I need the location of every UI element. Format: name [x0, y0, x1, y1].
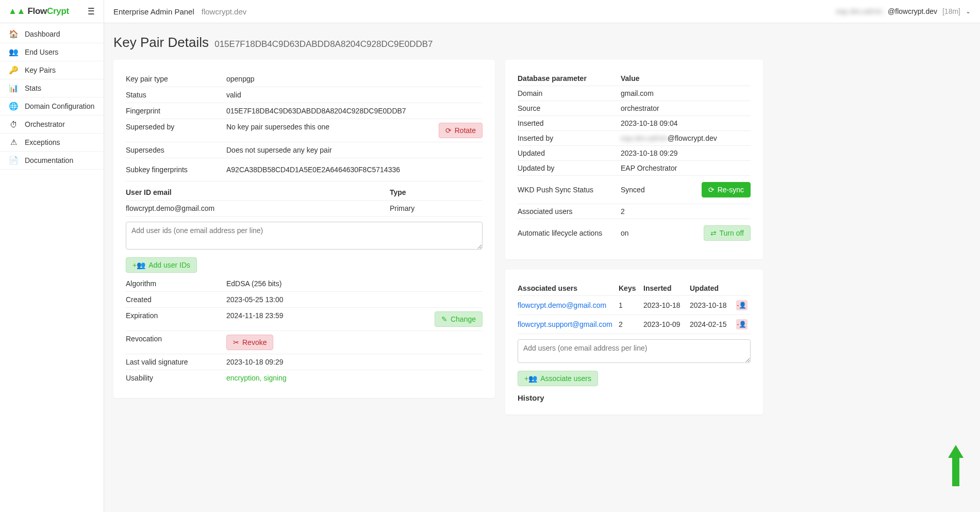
topbar: Enterprise Admin Panel flowcrypt.dev eap…	[104, 0, 980, 23]
page-title: Key Pair Details 015E7F18DB4C9D63DABDD8A…	[113, 35, 971, 51]
stats-icon: 📊	[8, 84, 19, 93]
fingerprint-value: 015E7F18DB4C9D63DABDD8A8204C928DC9E0DDB7	[226, 107, 483, 115]
rotate-icon: ⟳	[445, 126, 452, 135]
brand-part1: Flow	[28, 6, 47, 16]
sidebar-item-label: Documentation	[25, 156, 73, 164]
sidebar-item-label: Dashboard	[25, 30, 60, 38]
home-icon: 🏠	[8, 29, 19, 39]
associate-users-button[interactable]: +👥 Associate users	[518, 371, 598, 386]
source-value: orchestrator	[621, 104, 751, 112]
db-params-card: Database parameter Value Domaingmail.com…	[505, 60, 763, 259]
algorithm-value: EdDSA (256 bits)	[226, 279, 483, 288]
sidebar-item-documentation[interactable]: 📄 Documentation	[0, 152, 104, 170]
sidebar-item-dashboard[interactable]: 🏠 Dashboard	[0, 25, 104, 43]
last-sig-label: Last valid signature	[126, 358, 226, 366]
associated-users-card: Associated users Keys Inserted Updated f…	[505, 270, 763, 415]
subkey-value: A92CA38DB58CD4D1A5E0E2A6464630F8C5714336	[226, 166, 483, 174]
sidebar-item-label: Exceptions	[25, 138, 60, 146]
doc-icon: 📄	[8, 156, 19, 165]
superseded-by-label: Superseded by	[126, 123, 226, 131]
sidebar-item-domain-config[interactable]: 🌐 Domain Configuration	[0, 97, 104, 115]
algorithm-label: Algorithm	[126, 279, 226, 288]
status-label: Status	[126, 91, 226, 99]
sidebar-nav: 🏠 Dashboard 👥 End Users 🔑 Key Pairs 📊 St…	[0, 23, 104, 170]
warning-icon: ⚠	[8, 138, 19, 147]
created-value: 2023-05-25 13:00	[226, 295, 483, 304]
content: Key Pair Details 015E7F18DB4C9D63DABDD8A…	[104, 23, 980, 512]
updated-by-value: EAP Orchestrator	[621, 164, 751, 172]
rotate-button[interactable]: ⟳ Rotate	[439, 123, 483, 138]
sidebar-item-key-pairs[interactable]: 🔑 Key Pairs	[0, 61, 104, 79]
sync-icon: ⟳	[708, 186, 715, 194]
sidebar-item-label: Orchestrator	[25, 120, 65, 128]
updated-value: 2023-10-18 09:29	[621, 149, 751, 157]
usability-signing: signing	[263, 374, 286, 382]
chevron-down-icon: ⌄	[966, 8, 971, 15]
assoc-user-row: flowcrypt.support@gmail.com 2 2023-10-09…	[518, 315, 751, 334]
source-label: Source	[518, 104, 621, 112]
turn-off-button[interactable]: ⇄ Turn off	[704, 225, 751, 241]
assoc-user-row: flowcrypt.demo@gmail.com 1 2023-10-18 20…	[518, 296, 751, 315]
assoc-header-users: Associated users	[518, 284, 619, 292]
uid-row: flowcrypt.demo@gmail.com Primary	[126, 201, 483, 217]
resync-button-label: Re-sync	[718, 186, 744, 194]
revoke-icon: ✂	[233, 338, 239, 346]
remove-user-icon[interactable]: -👤	[736, 319, 748, 329]
page-title-text: Key Pair Details	[113, 35, 209, 50]
wkd-label: WKD Push Sync Status	[518, 186, 621, 194]
inserted-value: 2023-10-18 09:04	[621, 119, 751, 127]
expiration-label: Expiration	[126, 311, 226, 320]
last-sig-value: 2023-10-18 09:29	[226, 358, 483, 366]
fingerprint-label: Fingerprint	[126, 107, 226, 115]
revoke-button[interactable]: ✂ Revoke	[226, 335, 273, 350]
assoc-user-inserted: 2023-10-09	[643, 320, 690, 328]
page-title-fingerprint: 015E7F18DB4C9D63DABDD8A8204C928DC9E0DDB7	[214, 39, 433, 49]
created-label: Created	[126, 295, 226, 304]
clock-icon: ⏱	[8, 120, 19, 129]
assoc-count-value: 2	[621, 207, 751, 216]
remove-user-icon[interactable]: -👤	[736, 300, 748, 310]
inserted-label: Inserted	[518, 119, 621, 127]
topbar-domain: flowcrypt.dev	[202, 7, 247, 16]
main-area: Enterprise Admin Panel flowcrypt.dev eap…	[104, 0, 980, 512]
sidebar-item-label: End Users	[25, 48, 58, 56]
supersedes-label: Supersedes	[126, 146, 226, 154]
add-user-ids-button[interactable]: +👥 Add user IDs	[126, 257, 197, 273]
topbar-account[interactable]: eap.dev.admin @flowcrypt.dev [18m] ⌄	[836, 7, 971, 15]
sidebar-item-orchestrator[interactable]: ⏱ Orchestrator	[0, 115, 104, 134]
account-session: [18m]	[942, 7, 960, 15]
add-user-ids-input[interactable]	[126, 222, 483, 250]
sidebar-item-stats[interactable]: 📊 Stats	[0, 79, 104, 97]
sidebar-item-exceptions[interactable]: ⚠ Exceptions	[0, 134, 104, 152]
globe-icon: 🌐	[8, 102, 19, 111]
key-pair-type-value: openpgp	[226, 75, 483, 83]
users-icon: 👥	[8, 47, 19, 57]
change-expiration-button[interactable]: ✎ Change	[435, 311, 483, 327]
sidebar: ▲▲ FlowCrypt ☰ 🏠 Dashboard 👥 End Users 🔑…	[0, 0, 104, 512]
menu-toggle-icon[interactable]: ☰	[88, 6, 95, 17]
assoc-header-inserted: Inserted	[643, 284, 690, 292]
subkey-label: Subkey fingerprints	[126, 166, 226, 174]
db-header-param: Database parameter	[518, 74, 621, 82]
assoc-user-email-link[interactable]: flowcrypt.support@gmail.com	[518, 320, 612, 328]
usability-label: Usability	[126, 374, 226, 382]
wkd-value: Synced	[621, 186, 697, 194]
sidebar-item-end-users[interactable]: 👥 End Users	[0, 43, 104, 61]
shuffle-icon: ⇄	[710, 229, 717, 237]
topbar-title: Enterprise Admin Panel	[113, 7, 194, 16]
sidebar-item-label: Key Pairs	[25, 66, 56, 74]
assoc-user-email-link[interactable]: flowcrypt.demo@gmail.com	[518, 301, 606, 309]
add-users-input[interactable]	[518, 339, 751, 363]
resync-button[interactable]: ⟳ Re-sync	[702, 182, 751, 197]
assoc-user-keys: 2	[619, 320, 643, 328]
lifecycle-value: on	[621, 229, 700, 237]
inserted-by-value: eap.dev.admin@flowcrypt.dev	[621, 134, 751, 142]
updated-label: Updated	[518, 149, 621, 157]
brand-logo: ▲▲ FlowCrypt	[8, 6, 69, 16]
key-icon: 🔑	[8, 65, 19, 75]
domain-value: gmail.com	[621, 89, 751, 97]
change-button-label: Change	[451, 315, 476, 323]
sidebar-item-label: Stats	[25, 84, 41, 92]
account-user-domain: @flowcrypt.dev	[888, 7, 937, 15]
usability-encryption: encryption	[226, 374, 260, 382]
